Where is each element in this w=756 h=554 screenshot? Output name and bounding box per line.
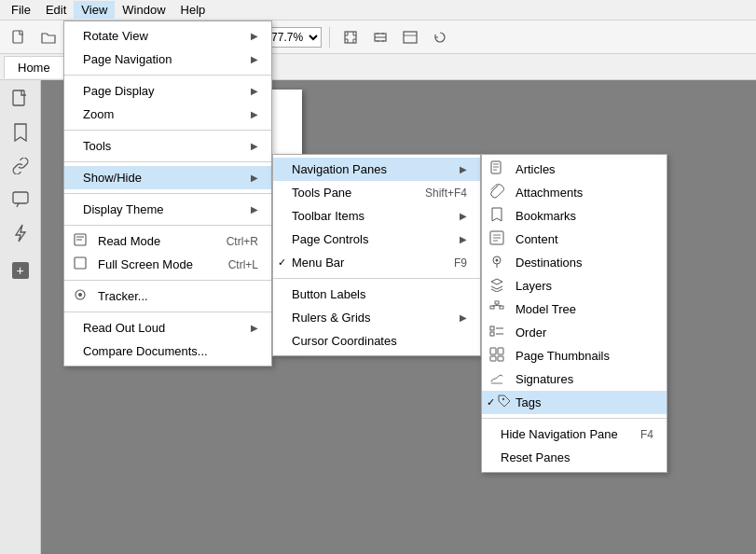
sep-sh1 [273, 278, 480, 279]
show-hide-item[interactable]: Show/Hide ▶ [64, 166, 271, 189]
rotate-btn[interactable] [427, 24, 453, 50]
svg-rect-12 [13, 90, 24, 105]
page-thumbs-nav-item[interactable]: Page Thumbnails [482, 344, 667, 367]
svg-rect-0 [13, 31, 22, 43]
view-dropdown: Rotate View ▶ Page Navigation ▶ Page Dis… [63, 21, 272, 367]
edit-menu[interactable]: Edit [38, 1, 74, 19]
read-out-loud-item[interactable]: Read Out Loud ▶ [64, 316, 271, 339]
attachments-nav-item[interactable]: Attachments [482, 181, 667, 204]
toolbar-items-item[interactable]: Toolbar Items ▶ [273, 204, 480, 228]
home-tab[interactable]: Home [4, 56, 64, 78]
svg-rect-17 [75, 257, 86, 269]
nav-panes-item[interactable]: Navigation Panes ▶ [273, 158, 480, 181]
fit-page-btn[interactable] [337, 24, 364, 50]
model-tree-nav-item[interactable]: Model Tree [482, 298, 667, 321]
sep5 [64, 225, 271, 226]
help-menu[interactable]: Help [173, 1, 213, 19]
tools-pane-item[interactable]: Tools Pane Shift+F4 [273, 181, 480, 204]
page-navigation-item[interactable]: Page Navigation ▶ [64, 48, 271, 71]
svg-point-46 [502, 398, 504, 400]
sidebar-bookmark-icon[interactable] [6, 118, 35, 147]
sidebar-link-icon[interactable] [6, 151, 35, 181]
svg-rect-31 [495, 301, 499, 304]
tags-nav-item[interactable]: ✓ Tags [482, 391, 667, 414]
content-nav-item[interactable]: Content [482, 228, 667, 251]
svg-rect-13 [13, 192, 28, 203]
page-display-item[interactable]: Page Display ▶ [64, 79, 271, 103]
file-menu[interactable]: File [4, 1, 38, 19]
sep1 [64, 75, 271, 76]
destinations-nav-item[interactable]: Destinations [482, 251, 667, 274]
zoom-select[interactable]: 77.7% 50% 100% 125% [265, 27, 322, 48]
svg-rect-43 [490, 356, 496, 361]
hide-nav-pane-item[interactable]: Hide Navigation Pane F4 [482, 422, 667, 446]
toolbar-separator-3 [329, 27, 330, 48]
sep-np1 [482, 418, 667, 419]
svg-rect-37 [490, 326, 494, 330]
sidebar-brush-icon[interactable] [6, 218, 35, 248]
svg-rect-44 [498, 356, 503, 361]
sidebar-add-icon[interactable]: + [6, 256, 35, 285]
tools-item[interactable]: Tools ▶ [64, 134, 271, 158]
rotate-view-item[interactable]: Rotate View ▶ [64, 24, 271, 48]
svg-rect-38 [490, 332, 494, 336]
fullscreen-item[interactable]: Full Screen Mode Ctrl+L [64, 253, 271, 276]
button-labels-item[interactable]: Button Labels [273, 283, 480, 306]
svg-rect-20 [491, 161, 501, 173]
cursor-coords-item[interactable]: Cursor Coordinates [273, 329, 480, 353]
reset-panes-item[interactable]: Reset Panes [482, 446, 667, 469]
svg-rect-42 [498, 348, 503, 354]
sidebar-comment-icon[interactable] [6, 185, 35, 215]
compare-docs-item[interactable]: Compare Documents... [64, 339, 271, 363]
menu-bar-item[interactable]: ✓ Menu Bar F9 [273, 251, 480, 274]
layers-nav-item[interactable]: Layers [482, 274, 667, 298]
full-page-btn[interactable] [397, 24, 423, 50]
view-menu[interactable]: View [74, 1, 115, 19]
nav-panes-dropdown: Articles Attachments Bookmarks Content D… [481, 154, 667, 473]
sep2 [64, 130, 271, 131]
tracker-item[interactable]: Tracker... [64, 284, 271, 308]
zoom-item[interactable]: Zoom ▶ [64, 103, 271, 126]
order-nav-item[interactable]: Order [482, 321, 667, 344]
show-hide-dropdown: Navigation Panes ▶ Tools Pane Shift+F4 T… [272, 154, 481, 356]
svg-line-35 [492, 306, 497, 307]
svg-rect-32 [490, 306, 494, 309]
display-theme-item[interactable]: Display Theme ▶ [64, 198, 271, 221]
read-mode-item[interactable]: Read Mode Ctrl+R [64, 229, 271, 253]
left-sidebar: + [0, 80, 41, 554]
sep6 [64, 280, 271, 281]
page-controls-item[interactable]: Page Controls ▶ [273, 228, 480, 251]
svg-rect-10 [404, 32, 417, 43]
svg-line-36 [497, 306, 502, 307]
signatures-nav-item[interactable]: Signatures [482, 367, 667, 391]
sep7 [64, 312, 271, 312]
svg-point-29 [496, 259, 499, 262]
svg-rect-33 [500, 306, 503, 309]
svg-rect-41 [490, 348, 496, 354]
svg-point-19 [78, 293, 82, 297]
rulers-grids-item[interactable]: Rulers & Grids ▶ [273, 306, 480, 329]
bookmarks-nav-item[interactable]: Bookmarks [482, 204, 667, 228]
svg-rect-8 [345, 32, 356, 43]
fit-width-btn[interactable] [367, 24, 393, 50]
window-menu[interactable]: Window [115, 1, 172, 19]
menu-bar: File Edit View Window Help [0, 0, 756, 21]
sep4 [64, 193, 271, 194]
open-btn[interactable] [35, 24, 62, 50]
new-btn[interactable] [6, 24, 32, 50]
sidebar-page-icon[interactable] [6, 84, 35, 114]
articles-nav-item[interactable]: Articles [482, 158, 667, 181]
sep3 [64, 161, 271, 162]
